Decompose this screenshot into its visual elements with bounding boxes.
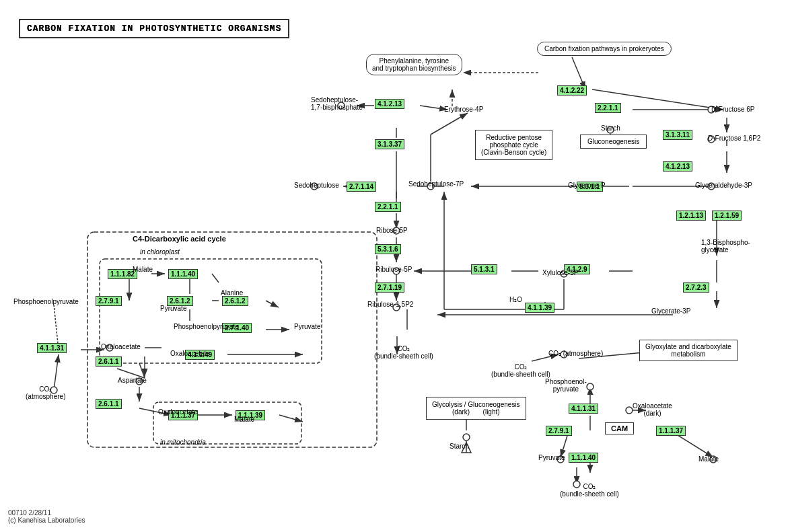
starch-top: Starch [601,124,620,132]
enzyme-2723[interactable]: 2.7.2.3 [683,282,709,293]
erythrose-4p: Erythrose-4P [444,106,483,113]
enzyme-11140b[interactable]: 1.1.1.40 [569,453,598,463]
sedoheptulose: Sedoheptulose [294,182,339,189]
footer-line1: 00710 2/28/11 [8,509,85,517]
chloroplast-label: in chloroplast [140,248,180,256]
co2-bundle1: CO₂(bundle-sheeth cell) [374,345,433,360]
c4-label: C4-Dicarboxylic acid cycle [133,235,226,243]
footer: 00710 2/28/11 (c) Kanehisa Laboratories [8,509,85,524]
enzyme-5131[interactable]: 5.1.3.1 [471,264,497,274]
co2-atmosphere-left: CO₂(atmosphere) [26,385,65,400]
cam-box: CAM [605,422,634,434]
phosphoenolpyruvate-left: Phosphoenolpyruvate [13,298,79,305]
oxaloacetate-inner: Oxaloacetate [170,350,210,357]
svg-line-62 [279,415,303,422]
glyoxylate-box[interactable]: Glyoxylate and dicarboxylatemetabolism [639,340,738,361]
malate-mito: Malate [234,416,254,423]
svg-line-75 [266,301,279,307]
enzyme-11140[interactable]: 1.1.1.40 [168,269,198,279]
phenylalanine-box[interactable]: Phenylalanine, tyrosineand tryptophan bi… [366,54,462,75]
svg-line-19 [420,106,447,110]
enzyme-4139[interactable]: 4.1.1.39 [525,303,554,313]
co2-bundle2: CO₂(bundle-sheeth cell) [491,363,550,378]
enzyme-27114[interactable]: 2.7.1.14 [347,182,376,192]
svg-line-57 [139,363,145,378]
footer-line2: (c) Kanehisa Laboratories [8,517,85,524]
phosphoenolpyruvate-inner: Phosphoenolpyruvate [174,323,239,330]
ribose-5p: Ribose-5P [376,227,408,234]
enzyme-41131a[interactable]: 4.1.1.31 [37,343,67,353]
svg-point-91 [463,434,470,441]
svg-rect-3 [87,232,377,447]
co2-atmosphere-right: CO₂ (atmosphere) [548,350,603,357]
enzyme-2211b[interactable]: 2.2.1.1 [375,202,401,212]
enzyme-2612b[interactable]: 2.6.1.2 [222,296,248,306]
enzyme-12159[interactable]: 1.2.1.59 [712,211,742,221]
malate-chloroplast: Malate [133,266,153,273]
main-canvas: CARBON FIXATION IN PHOTOSYNTHETIC ORGANI… [0,0,790,532]
glyceraldehyde-3p: Glyceraldehyde-3P [695,182,752,189]
glycerone-p: Glycerone-P [568,182,606,189]
reductive-pentose-box[interactable]: Reductive pentosephosphate cycle(Clavin-… [475,130,552,160]
dfructose-6p: D-Fructose 6P [711,106,754,113]
glycerate-3p: Glycerate-3P [651,307,690,315]
pyruvate-right: Pyruvate [538,454,565,461]
enzyme-12113[interactable]: 1.2.1.13 [676,211,706,221]
prokaryotes-box: Carbon fixation pathways in prokeryotes [537,42,672,56]
svg-line-71 [212,274,219,282]
bisphosphoglycerate: 1,3-Bisphospho-glycerate [701,239,750,254]
enzyme-11137b[interactable]: 1.1.1.37 [656,426,686,436]
ribulose-5p: Ribulose-5P [375,266,412,273]
svg-line-66 [678,435,713,457]
title-label: CARBON FIXATION IN PHOTOSYNTHETIC ORGANI… [27,24,281,34]
pyruvate-chloroplast: Pyruvate [160,305,186,312]
enzyme-3133[interactable]: 3.1.3.11 [663,130,692,140]
h2o: H₂O [509,296,522,303]
pyruvate-inner: Pyruvate [294,323,320,330]
svg-point-102 [626,407,633,414]
enzyme-5316[interactable]: 5.3.1.6 [375,244,401,254]
starch-bottom: Starch [450,443,469,450]
enzyme-2611b[interactable]: 2.6.1.1 [96,399,122,409]
enzyme-2611a[interactable]: 2.6.1.1 [96,356,122,367]
malate-right: Malate [698,455,719,463]
enzyme-31337[interactable]: 3.1.3.37 [375,139,404,149]
aspartate: Aspartate [118,377,147,384]
gluconeogenesis-box[interactable]: Gluconeogenesis [580,135,647,149]
enzyme-27119[interactable]: 2.7.1.19 [375,282,404,293]
mitochondria-label: in mitochondria [160,439,206,446]
oxaloacetate-dark: Oxaloacetate(dark) [633,402,672,417]
svg-line-17 [431,113,468,135]
enzyme-4113b[interactable]: 4.1.2.13 [663,161,692,172]
oxaloacetate-mito: Oxaloacetate [158,408,198,416]
alanine: Alanine [221,289,243,297]
enzyme-2791[interactable]: 2.7.9.1 [96,296,122,306]
svg-point-92 [587,383,594,390]
enzyme-2791b[interactable]: 2.7.9.1 [546,426,572,436]
oxaloacetate-left: Oxaloacetate [101,343,141,350]
enzyme-4122[interactable]: 4.1.2.22 [557,85,587,96]
dfructose-16p2: D-Fructose 1,6P2 [708,135,760,142]
sedoheptulose-17bp: Sedoheptulose-1,7-bisphosphate [311,96,363,111]
phosphoenolpyruvate-right: Phosphoenol-pyruvate [545,378,587,393]
enzyme-41131b[interactable]: 4.1.1.31 [569,404,598,414]
sedoheptulose-7p: Sedoheptulose-7P [408,180,464,188]
ribulose-15p2: Ribulose-1,5P2 [367,301,413,308]
svg-line-6 [572,57,585,89]
co2-bundle3: CO₂(bundle-sheeth cell) [560,483,619,498]
main-title: CARBON FIXATION IN PHOTOSYNTHETIC ORGANI… [19,19,289,38]
glycolysis-box[interactable]: Glycolysis / Gluconeogenesis(dark) (ligh… [426,397,526,420]
enzyme-4113[interactable]: 4.1.2.13 [375,99,404,109]
xylulose-5p: Xylulose-5P [542,269,578,276]
enzyme-2211a[interactable]: 2.2.1.1 [595,103,621,113]
